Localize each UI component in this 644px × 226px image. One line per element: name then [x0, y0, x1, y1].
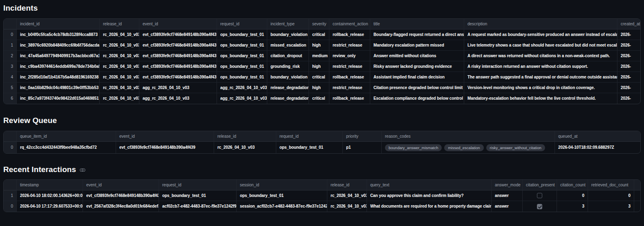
column-header-retrieved_doc_count[interactable]: retrieved_doc_count: [588, 180, 634, 190]
recent-interactions-table: timestampevent_idrequest_idsession_idrel…: [3, 179, 641, 212]
column-header-citation_count[interactable]: citation_count: [557, 180, 588, 190]
cell: [523, 190, 557, 201]
column-header-title[interactable]: title: [370, 19, 464, 29]
cell: [523, 201, 557, 212]
table-row: 0rq_42cc3cc4d432443f9bee948a35cfbd72evt_…: [4, 142, 641, 153]
cell: evt_cf3893fe9cf7468e849148b390a4f439: [139, 51, 217, 61]
column-header-event_id[interactable]: event_id: [139, 19, 217, 29]
row-index: 5: [4, 83, 17, 93]
cell: evt_2567af328c3f4ec8a0d01fe684edef3a: [83, 201, 159, 212]
table-row: 12026-04-10 18:02:00.143626+00:00evt_cf3…: [4, 190, 641, 201]
cell: Citation presence degraded below control…: [370, 83, 464, 93]
cell: rc_2026_04_10_v03: [100, 83, 139, 93]
cell: 3: [557, 201, 588, 212]
cell: ops_boundary_test_01: [217, 61, 267, 72]
cell: inc_85c7a973f43740e98422d015a0469851: [17, 93, 100, 104]
cell: high: [309, 83, 329, 93]
cell: agg_rc_2026_04_10_v03: [139, 93, 217, 104]
cell: rollback_release: [329, 29, 370, 40]
cell: rq_42cc3cc4d432443f9bee948a35cfbd72: [17, 142, 116, 153]
cell: Live telemetry shows a case that should …: [464, 40, 617, 51]
column-header-index[interactable]: [4, 19, 17, 29]
cell: ops_boundary_test_01: [217, 29, 267, 40]
cell: high: [309, 61, 329, 72]
column-header-priority[interactable]: priority: [343, 131, 382, 142]
column-header-timestamp[interactable]: timestamp: [17, 180, 83, 190]
column-header-severity[interactable]: severity: [309, 19, 329, 29]
table-row: 6inc_85c7a973f43740e98422d015a0469851rc_…: [4, 93, 641, 104]
column-header-incident_type[interactable]: incident_type: [267, 19, 309, 29]
cell: medium: [309, 51, 329, 61]
cell: session_acf02cb7-e482-4483-87ec-f9e37e12…: [237, 201, 327, 212]
cell: evt_cf3893fe9cf7468e849148b390a4f439: [139, 72, 217, 83]
column-header-index[interactable]: [4, 180, 17, 190]
cell: rollback_release: [329, 93, 370, 104]
cell: 3: [588, 201, 634, 212]
column-header-release_id[interactable]: release_id: [327, 180, 367, 190]
cell: 0: [588, 190, 634, 201]
row-index: 0: [4, 142, 17, 153]
column-header-request_id[interactable]: request_id: [159, 180, 237, 190]
cell: A request marked as boundary-sensitive p…: [464, 29, 617, 40]
cell: rc_2026_04_10_v03: [100, 29, 139, 40]
column-header-event_id[interactable]: event_id: [83, 180, 159, 190]
cell: rc_2026_04_10_v03: [100, 61, 139, 72]
column-header-index[interactable]: [634, 180, 641, 190]
cell: rc_2026_04_10_v03: [100, 51, 139, 61]
column-header-created_at[interactable]: created_at: [617, 19, 641, 29]
checkbox-unchecked-icon: [537, 193, 542, 198]
row-index: 4: [4, 72, 17, 83]
column-header-query_text[interactable]: query_text: [367, 180, 492, 190]
cell: release_degradation: [267, 83, 309, 93]
cell: agg_rc_2026_04_10_v03: [139, 83, 217, 93]
table-row: 2inc_47a45a64977949409917b3acbbcd67a1rc_…: [4, 51, 641, 61]
cell: Boundary-flagged request returned a dire…: [370, 29, 464, 40]
section-title-recent-interactions: Recent Interactions: [3, 165, 641, 175]
cell: inc_38976c6920b848409cc69b6f756dacda: [17, 40, 100, 51]
table-row: 0inc_b04f0c5fca5c4cb78db3128f4cca8873rc_…: [4, 29, 641, 40]
section-title-review-queue: Review Queue: [3, 116, 641, 125]
column-header-incident_id[interactable]: incident_id: [17, 19, 100, 29]
column-header-event_id[interactable]: event_id: [116, 131, 214, 142]
cell: Mandatory-escalation behavior fell below…: [464, 93, 617, 104]
column-header-queue_item_id[interactable]: queue_item_id: [17, 131, 116, 142]
column-header-session_id[interactable]: session_id: [237, 180, 327, 190]
cell: citation_dropout: [267, 51, 309, 61]
cell: What documents are required for a home p…: [367, 201, 492, 212]
cell: release_degradation: [267, 93, 309, 104]
table-row: 02026-04-10 17:17:29.607533+00:00evt_256…: [4, 201, 641, 212]
cell: inc_c9ba439744614eddb699a78de734b0a5: [17, 61, 100, 72]
row-index: 1: [4, 40, 17, 51]
column-header-reason_codes[interactable]: reason_codes: [382, 131, 555, 142]
column-header-containment_action[interactable]: containment_action: [329, 19, 370, 29]
cell: missed_escalation: [267, 40, 309, 51]
cell: evt_cf3893fe9cf7468e849148b390a4f439: [139, 61, 217, 72]
review-queue-table: queue_item_idevent_idrelease_idrequest_i…: [3, 131, 641, 154]
cell: 2026-: [617, 93, 641, 104]
cell: 2026-04-10 17:17:29.607533+00:00: [17, 201, 83, 212]
cell: inc_b04f0c5fca5c4cb78db3128f4cca8873: [17, 29, 100, 40]
column-header-queued_at[interactable]: queued_at: [555, 131, 641, 142]
column-header-index[interactable]: [4, 131, 17, 142]
reason-code-pill: missed_escalation: [444, 144, 483, 151]
table-row: 3inc_c9ba439744614eddb699a78de734b0a5rc_…: [4, 61, 641, 72]
column-header-description[interactable]: description: [464, 19, 617, 29]
column-header-answer_mode[interactable]: answer_mode: [492, 180, 523, 190]
cell: high: [309, 40, 329, 51]
cell: 2026-04-10 18:02:00.143626+00:00: [17, 190, 83, 201]
column-header-request_id[interactable]: request_id: [276, 131, 343, 142]
cell: rc_2026_04_10_v03: [214, 142, 276, 153]
column-header-request_id[interactable]: request_id: [217, 19, 267, 29]
cell: critical: [309, 29, 329, 40]
column-header-citation_present[interactable]: citation_present: [523, 180, 557, 190]
cell: 0: [557, 190, 588, 201]
reason-code-pill: boundary_answer_mismatch: [385, 144, 442, 151]
column-header-release_id[interactable]: release_id: [214, 131, 276, 142]
cell: evt_cf3893fe9cf7468e849148b390a4f439: [139, 40, 217, 51]
row-index: 6: [4, 93, 17, 104]
anchor-link-icon[interactable]: [80, 168, 85, 172]
cell: grounding_risk: [267, 61, 309, 72]
column-header-release_id[interactable]: release_id: [100, 19, 139, 29]
cell: ops_boundary_test_01: [159, 190, 237, 201]
cell: Version-level monitoring shows a critica…: [464, 83, 617, 93]
